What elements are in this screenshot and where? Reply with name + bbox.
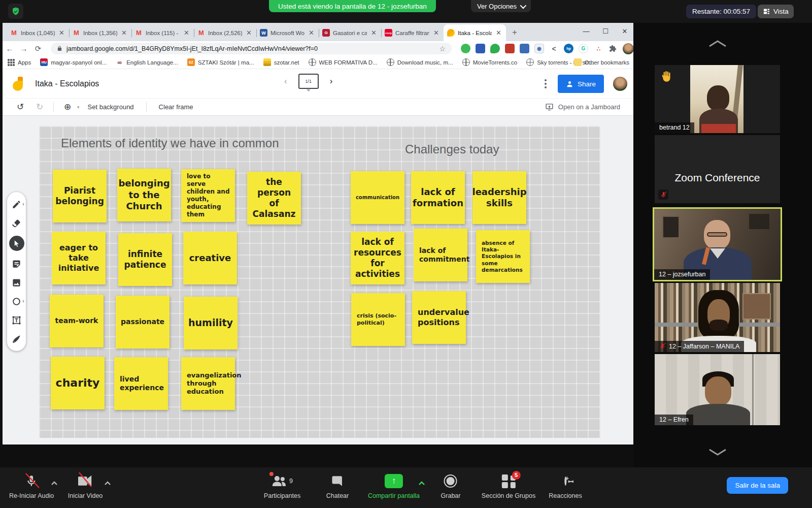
more-options-icon[interactable] (543, 77, 549, 90)
laser-tool[interactable] (11, 333, 23, 345)
select-tool-active[interactable] (9, 236, 24, 251)
close-tab-icon[interactable]: ✕ (245, 29, 253, 37)
share-options-chevron[interactable] (418, 479, 425, 488)
account-avatar[interactable] (613, 77, 627, 91)
sticky-note[interactable]: belonging to the Church (117, 169, 171, 221)
reactions-button[interactable]: + Reacciones (549, 473, 582, 499)
video-tile-efren[interactable]: 12 – Efren (655, 354, 780, 425)
tab-inbox-4[interactable]: M Inbox (2,526) - ur ✕ (194, 24, 256, 41)
maximize-window-button[interactable]: ☐ (597, 23, 614, 40)
speech-bubble-icon[interactable] (490, 44, 500, 53)
document-title[interactable]: Itaka - Escolapios (35, 79, 99, 88)
participants-button[interactable]: 9 Participantes (264, 473, 300, 499)
close-tab-icon[interactable]: ✕ (432, 29, 440, 37)
open-on-jamboard-button[interactable]: Open on a Jamboard (545, 103, 620, 111)
redo-icon[interactable]: ↻ (30, 102, 49, 112)
sticky-note[interactable]: communication (351, 171, 404, 224)
sticky-note[interactable]: creative (183, 232, 237, 284)
scroll-up-chevron[interactable] (707, 39, 728, 48)
share-button[interactable]: Share (558, 75, 604, 93)
next-frame-icon[interactable]: › (330, 76, 333, 86)
video-tile-zoom-conference[interactable]: Zoom Conference (655, 135, 780, 203)
frame-indicator[interactable]: 1/1 (298, 74, 319, 89)
close-window-button[interactable]: ✕ (616, 23, 633, 40)
sticky-note[interactable]: crisis (socio-political) (351, 293, 405, 346)
url-field[interactable]: jamboard.google.com/d/1_B4GRyD8Ymx5I-jEt… (51, 43, 452, 54)
close-tab-icon[interactable]: ✕ (308, 29, 315, 37)
sticky-note[interactable]: team-work (50, 295, 104, 347)
scroll-down-chevron[interactable] (707, 448, 728, 457)
reload-icon[interactable]: ⟳ (31, 44, 45, 53)
sticky-note[interactable]: absence of Itaka-Escolapios in some dema… (476, 230, 530, 283)
set-background-button[interactable]: Set background (80, 103, 142, 111)
sticky-note[interactable]: passionate (116, 296, 170, 348)
sticky-note[interactable]: lived experience (114, 357, 168, 410)
reader-icon[interactable] (520, 44, 529, 53)
tab-inbox-2[interactable]: M Inbox (1,356) - as ✕ (69, 24, 131, 41)
sticky-note[interactable]: love to serve children and youth, educat… (181, 169, 235, 222)
record-button[interactable]: Grabar (441, 473, 461, 499)
previous-frame-icon[interactable]: ‹ (284, 76, 287, 86)
bookmark-item[interactable]: ∞ English Language... (116, 58, 178, 66)
image-tool[interactable] (11, 276, 23, 289)
sticky-note[interactable]: charity (51, 357, 105, 409)
bookmark-item[interactable]: SZ SZTAKI Szótár | ma... (187, 58, 254, 66)
sticky-note[interactable]: lack of resources for activities (351, 232, 404, 284)
sticky-note[interactable]: humility (184, 297, 238, 350)
share-screen-button[interactable]: ↑ Compartir pantalla (368, 473, 420, 499)
grammarly-icon[interactable]: G (579, 44, 588, 53)
view-options-button[interactable]: Ver Opciones (471, 0, 531, 12)
tab-word[interactable]: W Microsoft Word - ✕ (256, 24, 319, 41)
view-layout-button[interactable]: Vista (758, 5, 794, 18)
jamboard-frame[interactable]: Elements of identity we have in common C… (39, 126, 600, 438)
hp-icon[interactable]: hp (564, 44, 573, 53)
tab-caraffe[interactable]: coop Caraffe filtranti: v ✕ (381, 24, 444, 41)
tab-itaka-escolapios-active[interactable]: Itaka - Escolapios ✕ (444, 24, 506, 41)
sticky-note[interactable]: infinite patience (118, 233, 172, 286)
video-options-chevron[interactable] (104, 479, 111, 488)
sticky-note[interactable]: lack of commitment (414, 229, 467, 281)
bookmark-item[interactable]: szotar.net (263, 58, 299, 66)
eraser-tool[interactable] (11, 217, 23, 229)
video-tile-jozsefurban-active-speaker[interactable]: 12 – jozsefurban (653, 207, 782, 281)
sticky-note[interactable]: Piarist belonging (53, 170, 107, 223)
close-tab-icon[interactable]: ✕ (58, 29, 65, 37)
back-icon[interactable]: ← (3, 44, 17, 53)
browser-profile-avatar[interactable] (623, 43, 634, 54)
new-tab-button[interactable]: + (508, 26, 521, 39)
pen-tool[interactable] (11, 198, 23, 210)
clear-frame-button[interactable]: Clear frame (151, 103, 201, 111)
shape-tool[interactable] (11, 295, 23, 307)
sticky-note[interactable]: undervalue positions (412, 291, 466, 344)
audio-options-chevron[interactable] (51, 479, 58, 488)
text-box-tool[interactable] (11, 314, 23, 326)
video-tile-jaffarson[interactable]: 12 – Jaffarson – MANILA (655, 283, 780, 352)
sticky-note[interactable]: eager to take initiative (52, 232, 106, 284)
bookmark-apps[interactable]: Apps (8, 59, 31, 66)
leave-meeting-button[interactable]: Salir de la sala (727, 477, 788, 494)
bookmark-item[interactable]: HU magyar-spanyol onl... (40, 58, 107, 66)
share-icon[interactable]: < (549, 44, 559, 53)
tab-inbox-3[interactable]: M Inbox (115) - jozs ✕ (131, 24, 194, 41)
evernote-icon[interactable] (461, 44, 470, 53)
zoom-icon[interactable]: ⊕ (58, 102, 77, 112)
red-book-icon[interactable] (505, 44, 515, 53)
bookmark-item[interactable]: Download music, m... (387, 58, 453, 66)
tab-inbox-1[interactable]: M Inbox (1,045) - ur ✕ (7, 24, 69, 41)
tab-gasatori[interactable]: G Gasatori e caraffe ✕ (319, 24, 381, 41)
unmute-audio-button[interactable]: Re-Iniciar Audio (9, 473, 54, 499)
chat-button[interactable]: Chatear (326, 473, 349, 499)
breakout-rooms-button[interactable]: 5 Sección de Grupos (482, 473, 535, 499)
sticky-note[interactable]: the person of Calasanz (247, 172, 301, 225)
bookmark-item[interactable]: MovieTorrents.co (462, 58, 518, 66)
close-tab-icon[interactable]: ✕ (183, 29, 190, 37)
sticky-note[interactable]: leadership skills (472, 171, 526, 224)
other-bookmarks[interactable]: Other bookmarks (574, 58, 629, 66)
undo-icon[interactable]: ↺ (11, 102, 30, 112)
puzzle-extensions-icon[interactable] (608, 44, 618, 53)
forward-icon[interactable]: → (17, 44, 31, 53)
sticky-note-tool[interactable] (11, 258, 23, 270)
bookmark-star-icon[interactable]: ☆ (439, 45, 446, 53)
close-tab-icon[interactable]: ✕ (370, 29, 378, 37)
minimize-window-button[interactable]: — (578, 23, 595, 40)
